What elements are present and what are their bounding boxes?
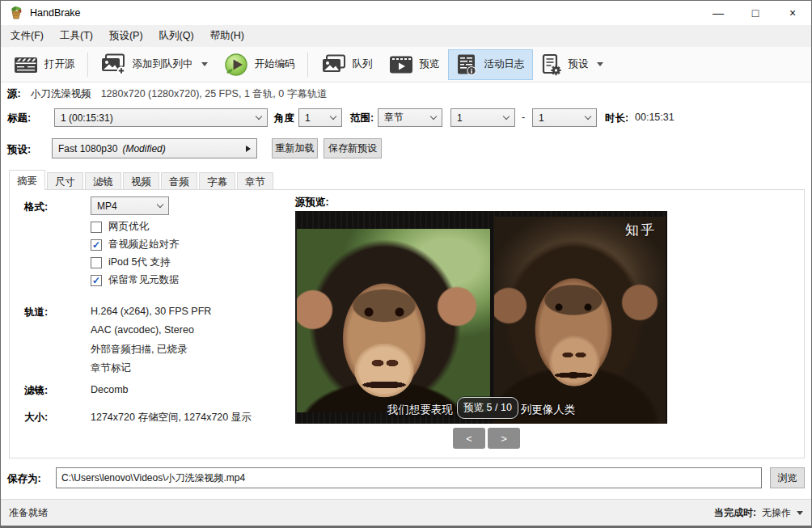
window-title: HandBrake (30, 7, 81, 19)
save-new-preset-button[interactable]: 保存新预设 (324, 138, 382, 158)
presets-toolbar-button[interactable]: 预设 (533, 49, 611, 80)
preview-button[interactable]: 预览 (381, 49, 448, 80)
chevron-down-icon (430, 113, 437, 120)
format-select[interactable]: MP4 (91, 196, 169, 215)
browse-button[interactable]: 浏览 (770, 467, 805, 488)
activity-log-button[interactable]: 活动日志 (448, 49, 533, 80)
filters-label: 滤镜: (24, 384, 48, 398)
source-preview-image: 知乎 我们想要表现 列更像人类 预览 5 / 10 (295, 211, 667, 424)
chevron-down-icon (157, 201, 163, 208)
angle-label: 角度 (274, 112, 294, 125)
menu-presets[interactable]: 预设(P) (101, 25, 151, 47)
tab-dimensions[interactable]: 尺寸 (47, 172, 83, 190)
queue-button[interactable]: 队列 (312, 49, 381, 80)
range-type-select[interactable]: 章节 (378, 108, 442, 127)
angle-select-value: 1 (305, 112, 311, 124)
open-source-button[interactable]: 打开源 (6, 49, 83, 80)
metadata-label: 保留常见元数据 (108, 273, 180, 287)
save-new-preset-label: 保存新预设 (328, 142, 377, 155)
duration-label: 时长: (605, 112, 628, 125)
metadata-checkbox[interactable]: ✓ (91, 275, 102, 286)
preview-label: 预览 (420, 57, 440, 71)
chevron-down-icon (597, 62, 603, 66)
tracks-label: 轨道: (24, 306, 48, 319)
source-preview-label: 源预览: (295, 196, 329, 209)
add-to-queue-label: 添加到队列中 (133, 57, 193, 71)
tab-video[interactable]: 视频 (123, 172, 159, 190)
chevron-down-icon (256, 113, 262, 120)
web-optimized-label: 网页优化 (108, 220, 149, 234)
range-from-value: 1 (457, 112, 463, 124)
toolbar-separator (307, 53, 308, 77)
chevron-down-icon (797, 511, 803, 515)
chevron-down-icon (503, 113, 510, 120)
tab-summary[interactable]: 摘要 (9, 170, 45, 190)
web-optimized-row: 网页优化 (91, 220, 149, 234)
when-done-value: 无操作 (762, 506, 791, 520)
save-path-input[interactable] (56, 467, 762, 488)
range-to-select[interactable]: 1 (532, 108, 597, 127)
ipod-support-label: iPod 5代 支持 (108, 256, 170, 269)
source-name: 小刀洗澡视频 (31, 87, 91, 101)
range-label: 范围: (350, 112, 374, 125)
menu-queue[interactable]: 队列(Q) (151, 25, 202, 47)
photos-stack-icon (320, 54, 346, 75)
duration-value: 00:15:31 (635, 112, 675, 123)
video-preview-icon (389, 55, 413, 74)
track-video: H.264 (x264), 30 FPS PFR (91, 306, 211, 317)
preview-prev-button[interactable]: < (453, 428, 485, 449)
add-to-queue-button[interactable]: 添加到队列中 (92, 49, 216, 80)
title-label: 标题: (7, 112, 31, 125)
preset-select[interactable]: Fast 1080p30 (Modified) (52, 138, 257, 158)
source-label: 源: (7, 87, 21, 101)
menu-tools[interactable]: 工具(T) (52, 25, 101, 47)
align-av-row: ✓ 音视频起始对齐 (91, 238, 180, 251)
tab-filters[interactable]: 滤镜 (85, 172, 121, 190)
clapperboard-icon (14, 54, 38, 75)
summary-panel: 格式: MP4 网页优化 ✓ 音视频起始对齐 iPod 5代 支持 ✓ 保留常见… (9, 189, 805, 458)
reload-preset-button[interactable]: 重新加载 (272, 138, 318, 158)
open-source-label: 打开源 (44, 57, 75, 71)
tab-audio[interactable]: 音频 (161, 172, 197, 190)
size-value: 1274x720 存储空间, 1274x720 显示 (91, 411, 252, 425)
chevron-down-icon (585, 113, 591, 120)
preview-photo-real-chimp (297, 229, 490, 412)
add-photos-icon (100, 53, 126, 75)
close-button[interactable]: × (774, 1, 811, 25)
menu-file[interactable]: 文件(F) (2, 25, 52, 47)
tab-chapters[interactable]: 章节 (237, 172, 273, 190)
save-as-label: 保存为: (7, 472, 41, 486)
angle-select[interactable]: 1 (298, 108, 342, 127)
menu-help[interactable]: 帮助(H) (202, 25, 252, 47)
size-label: 大小: (24, 411, 48, 425)
titlebar: HandBrake — □ × (1, 1, 811, 25)
source-details: 1280x720 (1280x720), 25 FPS, 1 音轨, 0 字幕轨… (101, 87, 328, 101)
toolbar-separator (87, 53, 88, 77)
start-encode-button[interactable]: 开始编码 (216, 49, 303, 80)
format-label: 格式: (24, 201, 48, 214)
toolbar: 打开源 添加到队列中 (1, 47, 811, 82)
range-from-select[interactable]: 1 (450, 108, 515, 127)
window-controls: — □ × (700, 1, 811, 25)
source-row: 源: 小刀洗澡视频 1280x720 (1280x720), 25 FPS, 1… (7, 87, 328, 101)
minimize-button[interactable]: — (700, 1, 737, 25)
preview-photo-cgi-chimp (494, 217, 666, 424)
tab-strip: 摘要 尺寸 滤镜 视频 音频 字幕 章节 (9, 170, 275, 190)
web-optimized-checkbox[interactable] (91, 222, 102, 233)
align-av-checkbox[interactable]: ✓ (91, 239, 102, 251)
track-chapter-markers: 章节标记 (91, 361, 131, 375)
filters-value: Decomb (91, 384, 129, 395)
when-done-dropdown[interactable]: 当完成时: 无操作 (714, 506, 803, 520)
play-icon (224, 53, 248, 77)
preview-next-button[interactable]: > (488, 428, 520, 449)
preset-modified-flag: (Modified) (122, 143, 165, 154)
preview-counter-tooltip: 预览 5 / 10 (457, 397, 518, 419)
caption-left: 我们想要表现 (387, 403, 453, 417)
ipod-support-checkbox[interactable] (91, 257, 102, 268)
tab-subtitles[interactable]: 字幕 (199, 172, 235, 190)
when-done-label: 当完成时: (714, 506, 756, 520)
chevron-down-icon (201, 62, 208, 66)
reload-preset-label: 重新加载 (276, 142, 315, 155)
maximize-button[interactable]: □ (737, 1, 774, 25)
title-select[interactable]: 1 (00:15:31) (54, 108, 268, 127)
